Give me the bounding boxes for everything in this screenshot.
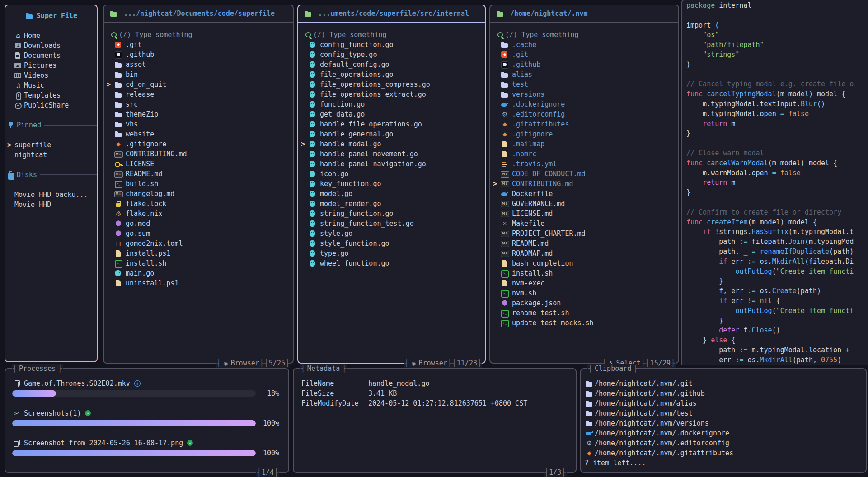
file-row[interactable]: file_operations.go — [298, 70, 485, 80]
file-row[interactable]: go.mod — [104, 219, 293, 229]
file-row[interactable]: handle_modal.go — [298, 139, 485, 149]
file-row[interactable]: themeZip — [104, 109, 293, 119]
file-row[interactable]: gomod2nix.toml — [104, 238, 293, 248]
file-row[interactable]: Dockerfile — [490, 189, 678, 199]
sidebar-item-documents[interactable]: Documents — [5, 51, 97, 61]
file-row[interactable]: .github — [104, 50, 293, 60]
file-row[interactable]: versions — [490, 89, 678, 99]
file-row[interactable]: .gitattributes — [490, 119, 678, 129]
file-row[interactable]: .editorconfig — [490, 109, 678, 119]
sidebar-item-videos[interactable]: Videos — [5, 70, 97, 80]
sidebar-entry[interactable]: nightcat — [5, 150, 97, 160]
file-row[interactable]: GOVERNANCE.md — [490, 199, 678, 209]
file-row[interactable]: bash_completion — [490, 258, 678, 268]
file-row[interactable]: nvm.sh — [490, 288, 678, 298]
file-row[interactable]: bin — [104, 70, 293, 80]
sidebar-item-downloads[interactable]: Downloads — [5, 41, 97, 51]
file-row[interactable]: build.sh — [104, 179, 293, 189]
file-row[interactable]: changelog.md — [104, 189, 293, 199]
file-row[interactable]: function.go — [298, 99, 485, 109]
file-row[interactable]: .mailmap — [490, 139, 678, 149]
file-row[interactable]: cd_on_quit — [104, 80, 293, 89]
sidebar-item-home[interactable]: Home — [5, 31, 97, 41]
file-row[interactable]: icon.go — [298, 169, 485, 179]
file-row[interactable]: string_function_test.go — [298, 219, 485, 229]
panel-1-search-input[interactable]: (/) Type something — [104, 30, 293, 40]
file-row[interactable]: style.go — [298, 229, 485, 238]
sidebar-entry[interactable]: Movie HHD backu... — [5, 190, 97, 200]
file-row[interactable]: config_function.go — [298, 40, 485, 50]
file-row[interactable]: alias — [490, 70, 678, 80]
panel-3-search-input[interactable]: (/) Type something — [490, 30, 678, 40]
file-row[interactable]: default_config.go — [298, 60, 485, 70]
file-row[interactable]: .github — [490, 60, 678, 70]
file-row[interactable]: main.go — [104, 268, 293, 278]
file-row[interactable]: rename_test.sh — [490, 308, 678, 318]
file-row[interactable]: config_type.go — [298, 50, 485, 60]
file-row[interactable]: LICENSE — [104, 159, 293, 169]
file-row[interactable]: .cache — [490, 40, 678, 50]
file-row[interactable]: update_test_mocks.sh — [490, 318, 678, 328]
file-row[interactable]: file_operations_compress.go — [298, 80, 485, 89]
file-row[interactable]: asset — [104, 60, 293, 70]
file-row[interactable]: install.ps1 — [104, 248, 293, 258]
file-row[interactable]: get_data.go — [298, 109, 485, 119]
file-row[interactable]: PROJECT_CHARTER.md — [490, 229, 678, 238]
file-row[interactable]: CONTRIBUTING.md — [490, 179, 678, 189]
file-row[interactable]: .dockerignore — [490, 99, 678, 109]
file-row[interactable]: handle_panel_movement.go — [298, 149, 485, 159]
process-item[interactable]: Game.of.Thrones.S02E02.mkv18% — [5, 379, 288, 398]
file-row[interactable]: model.go — [298, 189, 485, 199]
sidebar-item-pictures[interactable]: Pictures — [5, 61, 97, 70]
file-row[interactable]: website — [104, 129, 293, 139]
file-row[interactable]: test — [490, 80, 678, 89]
file-row[interactable]: handle_file_operations.go — [298, 119, 485, 129]
metadata-value: 3.41 KB — [368, 389, 397, 398]
sidebar-item-publicshare[interactable]: PublicShare — [5, 100, 97, 110]
file-row[interactable]: .travis.yml — [490, 159, 678, 169]
dl-icon — [14, 42, 23, 50]
file-row[interactable]: handle_panel_navigation.go — [298, 159, 485, 169]
file-row[interactable]: .git — [104, 40, 293, 50]
file-row[interactable]: README.md — [490, 238, 678, 248]
file-row[interactable]: Makefile — [490, 219, 678, 229]
file-row[interactable]: README.md — [104, 169, 293, 179]
file-row[interactable]: release — [104, 89, 293, 99]
sidebar-item-templates[interactable]: Templates — [5, 90, 97, 100]
file-row[interactable]: package.json — [490, 298, 678, 308]
file-row[interactable]: string_function.go — [298, 209, 485, 219]
code-line: func cancelTypingModal(m model) model { — [686, 89, 868, 99]
file-row[interactable]: install.sh — [490, 268, 678, 278]
file-row[interactable]: model_render.go — [298, 199, 485, 209]
file-row[interactable]: uninstall.ps1 — [104, 278, 293, 288]
file-row[interactable]: handle_genernal.go — [298, 129, 485, 139]
process-item[interactable]: Screenshots(1)100% — [5, 408, 288, 428]
file-row[interactable]: flake.nix — [104, 209, 293, 219]
file-row[interactable]: .npmrc — [490, 149, 678, 159]
file-row[interactable]: nvm-exec — [490, 278, 678, 288]
file-row[interactable]: file_operations_extract.go — [298, 89, 485, 99]
file-row[interactable]: wheel_function.go — [298, 258, 485, 268]
process-item[interactable]: Screenshot from 2024-05-26 16-08-17.png1… — [5, 438, 288, 458]
sidebar-entry[interactable]: superfile — [5, 140, 97, 150]
panel-2-search-input[interactable]: (/) Type something — [298, 30, 485, 40]
folder-icon — [114, 120, 123, 128]
sidebar-item-music[interactable]: Music — [5, 80, 97, 90]
file-row[interactable]: vhs — [104, 119, 293, 129]
file-row[interactable]: ROADMAP.md — [490, 248, 678, 258]
file-row[interactable]: LICENSE.md — [490, 209, 678, 219]
file-panel-1: .../nightcat/Documents/code/superfile (/… — [103, 5, 294, 364]
file-row[interactable]: install.sh — [104, 258, 293, 268]
file-row[interactable]: .git — [490, 50, 678, 60]
file-row[interactable]: .gitignore — [104, 139, 293, 149]
file-row[interactable]: type.go — [298, 248, 485, 258]
file-row[interactable]: flake.lock — [104, 199, 293, 209]
file-row[interactable]: CONTRIBUTING.md — [104, 149, 293, 159]
file-row[interactable]: .gitignore — [490, 129, 678, 139]
file-row[interactable]: key_function.go — [298, 179, 485, 189]
file-row[interactable]: style_function.go — [298, 238, 485, 248]
file-row[interactable]: CODE_OF_CONDUCT.md — [490, 169, 678, 179]
file-row[interactable]: src — [104, 99, 293, 109]
sidebar-entry[interactable]: Movie HHD — [5, 200, 97, 210]
file-row[interactable]: go.sum — [104, 229, 293, 238]
